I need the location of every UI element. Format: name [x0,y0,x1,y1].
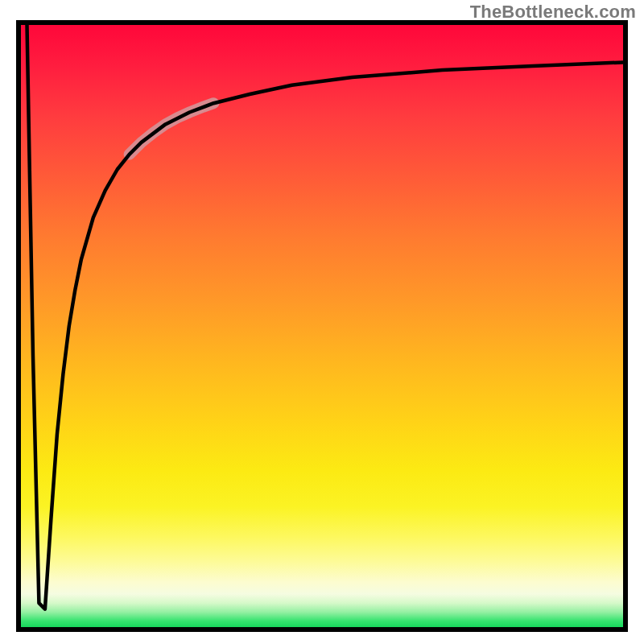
plot-area [16,20,628,632]
curve-main [27,25,624,609]
curve-layer [21,25,623,627]
chart-canvas: TheBottleneck.com [0,0,644,644]
curve-highlight [130,103,214,155]
watermark-text: TheBottleneck.com [470,2,636,23]
